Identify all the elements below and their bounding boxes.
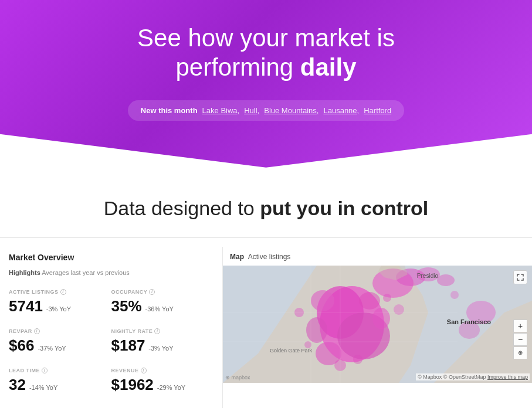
map-label: Map [230,253,244,261]
metric-lead-time-name: LEAD TIME i [9,368,106,373]
hero-title-line2-normal: performing [175,53,300,81]
map-svg [223,266,532,383]
metric-active-listings-value-row: 5741 -3% YoY [9,297,106,315]
hero-title: See how your market is performing daily [12,23,520,83]
metric-occupancy: OCCUPANCY i 35% -36% YoY [111,284,214,324]
svg-point-13 [466,301,496,324]
metric-active-listings-name: ACTIVE LISTINGS i [9,289,106,295]
lead-time-info-icon[interactable]: i [42,368,48,373]
badge-link-blue-mountains[interactable]: Blue Mountains [264,106,321,115]
metric-lead-time-value-row: 32 -14% YoY [9,376,106,394]
badge-link-lausanne[interactable]: Lausanne [323,106,361,115]
nightly-rate-info-icon[interactable]: i [154,328,160,334]
zoom-out-button[interactable]: − [513,333,527,346]
hero-title-line1: See how your market is [137,24,395,52]
middle-title-bold: put you in control [260,197,428,219]
metric-revenue: REVENUE i $1962 -29% YoY [111,363,214,402]
metric-revpar-value: $66 [9,337,34,355]
middle-title: Data designed to put you in control [12,197,520,220]
metric-nightly-rate: NIGHTLY RATE i $187 -3% YoY [111,324,214,363]
metric-revenue-value: $1962 [111,376,154,394]
highlights-strong: Highlights [9,269,40,276]
metric-revpar-name: REVPAR i [9,328,106,334]
metric-nightly-rate-change: -3% YoY [148,345,173,352]
occupancy-info-icon[interactable]: i [149,289,155,295]
svg-point-6 [311,290,334,311]
svg-point-18 [394,304,404,315]
market-overview-title: Market Overview [9,253,214,262]
map-zoom-controls: + − ⊕ [513,320,527,359]
metric-nightly-rate-value-row: $187 -3% YoY [111,337,208,355]
highlights-sub: Averages last year vs previous [42,269,130,276]
svg-point-12 [437,274,455,286]
right-panel: Map Active listings [223,247,532,408]
svg-point-11 [416,267,440,281]
metric-lead-time: LEAD TIME i 32 -14% YoY [9,363,111,402]
metric-nightly-rate-name: NIGHTLY RATE i [111,328,208,334]
svg-point-17 [383,294,391,302]
metric-revpar-change: -37% YoY [38,345,66,352]
badge-link-hull[interactable]: Hull [244,106,262,115]
new-this-month-bar: New this month Lake Biwa Hull Blue Mount… [128,100,404,121]
zoom-in-button[interactable]: + [513,320,527,332]
highlights-label: Highlights Averages last year vs previou… [9,269,214,276]
svg-point-19 [450,291,459,299]
metric-revenue-name: REVENUE i [111,368,208,373]
metric-nightly-rate-value: $187 [111,337,145,355]
metric-occupancy-value-row: 35% -36% YoY [111,297,208,315]
map-sub: Active listings [248,253,291,261]
metric-revpar-value-row: $66 -37% YoY [9,337,106,355]
metric-lead-time-value: 32 [9,376,26,394]
revenue-info-icon[interactable]: i [141,368,147,373]
expand-icon [517,274,524,281]
zoom-reset-button[interactable]: ⊕ [513,346,527,359]
middle-section: Data designed to put you in control [0,168,532,237]
metric-revenue-value-row: $1962 -29% YoY [111,376,208,394]
metric-active-listings-value: 5741 [9,297,43,315]
metric-revenue-change: -29% YoY [157,384,185,391]
mapbox-logo: ⊕ mapbox [225,375,250,380]
map-expand-button[interactable] [513,270,527,284]
badge-link-lake-biwa[interactable]: Lake Biwa [202,106,242,115]
metric-active-listings-change: -3% YoY [46,305,71,312]
metrics-grid: ACTIVE LISTINGS i 5741 -3% YoY OCCUPANCY… [9,284,214,402]
new-badge-label: New this month [141,106,198,115]
map-container[interactable]: Presidio San Francisco Golden Gate Park … [223,266,532,383]
svg-point-9 [359,292,380,310]
svg-point-16 [304,341,311,348]
middle-title-normal: Data designed to [104,197,260,219]
revpar-info-icon[interactable]: i [34,328,40,334]
dashboard-section: Market Overview Highlights Averages last… [0,237,532,408]
hero-title-line2-bold: daily [300,53,357,81]
left-panel: Market Overview Highlights Averages last… [0,247,223,408]
map-attribution: © Mapbox © OpenStreetMap Improve this ma… [416,373,530,380]
badge-link-hartford[interactable]: Hartford [364,106,391,115]
map-header: Map Active listings [223,247,532,266]
metric-occupancy-change: -36% YoY [145,305,174,312]
svg-point-7 [306,317,327,343]
svg-point-21 [353,355,362,364]
svg-point-10 [372,308,390,329]
metric-lead-time-change: -14% YoY [29,384,57,391]
improve-map-link[interactable]: Improve this map [487,374,528,380]
svg-point-14 [459,321,480,339]
metric-revpar: REVPAR i $66 -37% YoY [9,324,111,363]
dashboard-inner: Market Overview Highlights Averages last… [0,247,532,408]
hero-section: See how your market is performing daily … [0,0,532,168]
metric-active-listings: ACTIVE LISTINGS i 5741 -3% YoY [9,284,111,324]
new-badge-links: Lake Biwa Hull Blue Mountains Lausanne H… [202,106,392,115]
metric-occupancy-name: OCCUPANCY i [111,289,208,295]
active-listings-info-icon[interactable]: i [60,289,66,295]
attribution-text: © Mapbox © OpenStreetMap [418,374,486,380]
metric-occupancy-value: 35% [111,297,142,315]
